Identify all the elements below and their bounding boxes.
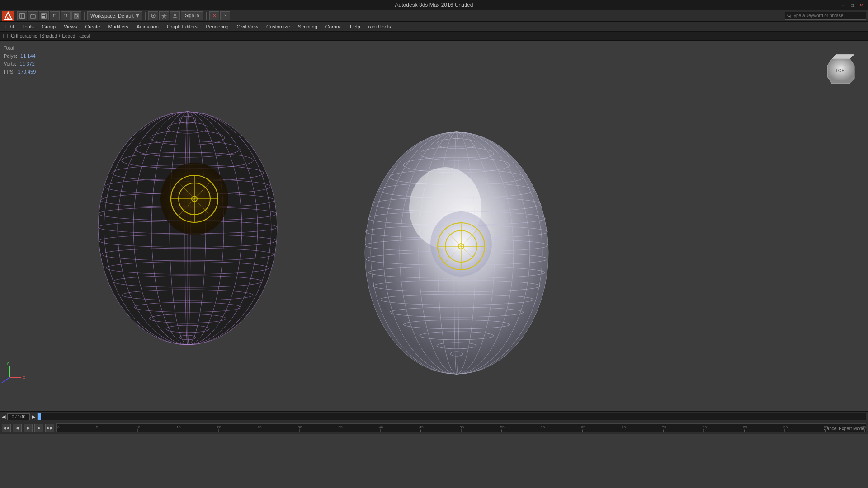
svg-text:Y: Y xyxy=(6,361,9,366)
toolbar-separator-1 xyxy=(84,12,85,20)
save-button[interactable] xyxy=(39,11,49,20)
new-button[interactable] xyxy=(17,11,27,20)
close-button[interactable]: ✕ xyxy=(858,2,864,8)
titlebar: Autodesk 3ds Max 2016 Untitled ─ □ ✕ xyxy=(0,0,868,10)
menu-graph-editors[interactable]: Graph Editors xyxy=(163,22,201,31)
menu-rendering[interactable]: Rendering xyxy=(202,22,232,31)
svg-text:45: 45 xyxy=(419,426,424,429)
playback-end-button[interactable]: ▶▶ xyxy=(45,424,54,432)
menu-create[interactable]: Create xyxy=(81,22,104,31)
menu-scripting[interactable]: Scripting xyxy=(294,22,321,31)
workspace-selector[interactable]: Workspace: Default xyxy=(87,11,142,20)
svg-text:25: 25 xyxy=(257,426,262,429)
svg-point-16 xyxy=(788,14,790,17)
viewport-view-label: [Orthographic] xyxy=(9,33,38,38)
maximize-button[interactable]: □ xyxy=(849,2,855,8)
window-controls: ─ □ ✕ xyxy=(840,2,864,8)
main-toolbar: M Workspace: Default Sign In ✕ ? xyxy=(0,10,868,22)
scrubber-marker[interactable] xyxy=(38,413,41,420)
left-gizmo xyxy=(171,175,218,222)
svg-text:55: 55 xyxy=(500,426,505,429)
svg-text:70: 70 xyxy=(622,426,626,429)
svg-rect-6 xyxy=(42,14,45,15)
help-button[interactable]: ? xyxy=(220,11,230,20)
svg-point-15 xyxy=(174,14,176,16)
viewport-info-bar: [+] [Orthographic] [Shaded + Edged Faces… xyxy=(0,32,868,41)
svg-marker-14 xyxy=(161,14,167,19)
svg-text:50: 50 xyxy=(460,426,464,429)
svg-text:0: 0 xyxy=(57,426,60,429)
svg-rect-5 xyxy=(42,16,45,18)
menu-edit[interactable]: Edit xyxy=(2,22,18,31)
frame-counter[interactable]: 0 / 100 xyxy=(7,413,30,420)
svg-point-13 xyxy=(152,15,154,16)
svg-text:90: 90 xyxy=(783,426,788,429)
search-input[interactable] xyxy=(791,13,864,18)
scene-canvas: X Y Z xyxy=(0,41,868,434)
playback-prev-frame-button[interactable]: ◀ xyxy=(13,424,22,432)
toolbar-separator-3 xyxy=(206,12,207,20)
menu-corona[interactable]: Corona xyxy=(322,22,345,31)
svg-text:75: 75 xyxy=(662,426,666,429)
view-cube[interactable]: TOP xyxy=(823,50,859,86)
svg-text:M: M xyxy=(7,16,10,20)
svg-marker-19 xyxy=(832,54,854,59)
menu-help[interactable]: Help xyxy=(346,22,364,31)
menu-customize[interactable]: Customize xyxy=(263,22,293,31)
svg-text:10: 10 xyxy=(136,426,141,429)
close-app-button[interactable]: ✕ xyxy=(209,11,219,20)
viewport-area[interactable]: Total Polys: 11 144 Verts: 11 372 FPS: 1… xyxy=(0,41,868,434)
open-button[interactable] xyxy=(28,11,38,20)
star-icon[interactable] xyxy=(159,11,169,20)
svg-text:40: 40 xyxy=(379,426,383,429)
svg-text:X: X xyxy=(23,375,25,380)
svg-rect-2 xyxy=(20,14,24,18)
menu-rapid-tools[interactable]: rapidTools xyxy=(365,22,395,31)
settings-icon[interactable] xyxy=(148,11,158,20)
svg-text:20: 20 xyxy=(217,426,222,429)
toolbar-separator-2 xyxy=(145,12,146,20)
svg-text:60: 60 xyxy=(541,426,545,429)
svg-text:TOP: TOP xyxy=(835,68,845,73)
app-logo: M xyxy=(2,11,14,21)
menu-modifiers[interactable]: Modifiers xyxy=(104,22,132,31)
viewport-shading-label: [Shaded + Edged Faces] xyxy=(40,33,90,38)
svg-marker-11 xyxy=(136,14,139,18)
svg-text:80: 80 xyxy=(703,426,707,429)
playback-next-frame-button[interactable]: ▶ xyxy=(34,424,43,432)
svg-text:85: 85 xyxy=(743,426,747,429)
svg-text:15: 15 xyxy=(176,426,181,429)
timeline-next-button[interactable]: ▶ xyxy=(32,414,35,420)
menu-views[interactable]: Views xyxy=(60,22,80,31)
user-icon[interactable] xyxy=(170,11,180,20)
toolbar-icon-group: Sign In ✕ ? xyxy=(148,11,230,20)
playback-play-button[interactable]: ▶ xyxy=(24,424,33,432)
right-gizmo xyxy=(438,223,485,270)
cancel-expert-mode-button[interactable]: Cancel Expert Mode xyxy=(823,426,864,431)
undo-button[interactable] xyxy=(50,11,60,20)
menu-tools[interactable]: Tools xyxy=(19,22,38,31)
timeline-scrubber[interactable] xyxy=(37,413,866,420)
svg-text:30: 30 xyxy=(298,426,302,429)
search-field-container xyxy=(785,12,866,20)
menu-civil-view[interactable]: Civil View xyxy=(233,22,262,31)
minimize-button[interactable]: ─ xyxy=(840,2,846,8)
frame-ruler[interactable]: 0 5 10 15 20 25 30 35 xyxy=(56,423,866,432)
svg-text:5: 5 xyxy=(96,426,98,429)
sign-in-button[interactable]: Sign In xyxy=(181,11,203,20)
redo-button[interactable] xyxy=(61,11,71,20)
timeline-bottom-row: ◀◀ ◀ ▶ ▶ ▶▶ 0 5 10 15 xyxy=(0,422,868,434)
window-title: Autodesk 3ds Max 2016 Untitled xyxy=(395,2,473,8)
timeline-area: ◀ 0 / 100 ▶ ◀◀ ◀ ▶ ▶ ▶▶ 0 5 xyxy=(0,411,868,434)
menu-animation[interactable]: Animation xyxy=(133,22,162,31)
menubar: Edit Tools Group Views Create Modifiers … xyxy=(0,22,868,32)
playback-start-button[interactable]: ◀◀ xyxy=(2,424,11,432)
svg-text:35: 35 xyxy=(338,426,343,429)
svg-text:65: 65 xyxy=(581,426,585,429)
timeline-top-row: ◀ 0 / 100 ▶ xyxy=(0,412,868,422)
timeline-prev-button[interactable]: ◀ xyxy=(2,414,5,420)
viewport-plus[interactable]: [+] xyxy=(3,33,8,38)
render-config-button[interactable] xyxy=(71,11,81,20)
menu-group[interactable]: Group xyxy=(38,22,60,31)
